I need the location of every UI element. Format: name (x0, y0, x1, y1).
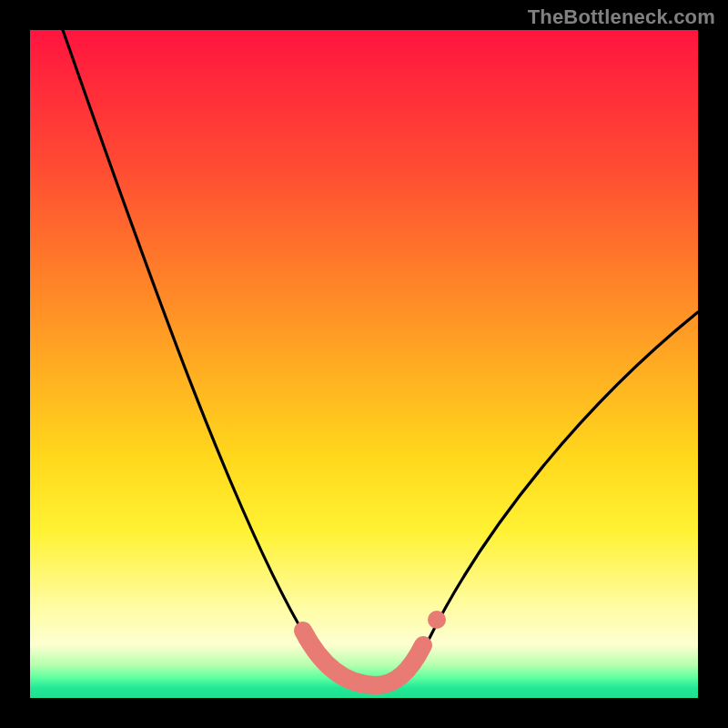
curve-overlay (30, 30, 698, 698)
watermark-text: TheBottleneck.com (528, 5, 715, 29)
plot-area (30, 30, 698, 698)
highlight-dot (428, 611, 446, 629)
highlight-segment (303, 631, 423, 685)
bottleneck-curve (63, 30, 698, 687)
chart-frame: TheBottleneck.com (0, 0, 728, 728)
